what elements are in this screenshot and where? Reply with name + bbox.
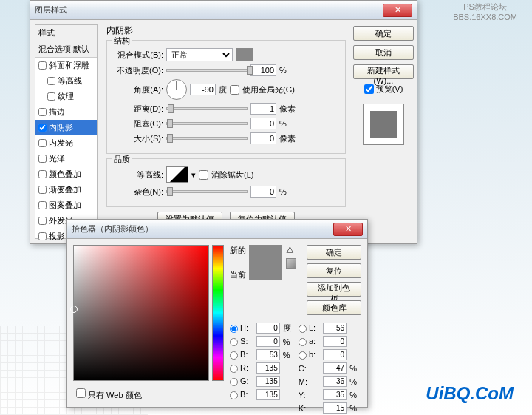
style-item-stroke[interactable]: 描边 xyxy=(35,104,97,120)
opacity-label: 不透明度(O): xyxy=(113,65,163,76)
hue-slider[interactable] xyxy=(212,245,224,381)
style-item-pattern-overlay[interactable]: 图案叠加 xyxy=(35,198,97,213)
color-swatch[interactable] xyxy=(236,48,253,61)
section-title: 内阴影 xyxy=(106,24,346,37)
checkbox[interactable] xyxy=(47,92,55,101)
size-slider[interactable] xyxy=(166,137,248,140)
opacity-input[interactable] xyxy=(250,64,276,76)
checkbox[interactable] xyxy=(38,232,47,240)
ok-button[interactable]: 确定 xyxy=(307,245,361,260)
choke-input[interactable] xyxy=(250,118,276,129)
reset-button[interactable]: 复位 xyxy=(307,263,361,278)
r-radio[interactable] xyxy=(230,365,238,373)
antialias-label: 消除锯齿(L) xyxy=(211,169,253,180)
k-input[interactable] xyxy=(323,402,347,414)
b-input[interactable] xyxy=(323,349,347,360)
cancel-button[interactable]: 取消 xyxy=(353,45,414,60)
blend-mode-label: 混合模式(B): xyxy=(113,50,163,61)
m-input[interactable] xyxy=(323,376,347,387)
bv-radio[interactable] xyxy=(230,351,238,360)
color-lib-button[interactable]: 颜色库 xyxy=(307,300,361,315)
side-buttons: 确定 取消 新建样式(W)... 预览(V) xyxy=(350,20,417,243)
checkbox[interactable] xyxy=(38,61,47,70)
distance-input[interactable] xyxy=(250,103,276,115)
a-input[interactable] xyxy=(323,336,347,347)
style-item-bevel[interactable]: 斜面和浮雕 xyxy=(35,58,97,73)
checkbox[interactable] xyxy=(38,170,47,178)
checkbox[interactable] xyxy=(38,155,47,163)
bv-input[interactable] xyxy=(256,349,280,360)
antialias-checkbox[interactable] xyxy=(199,170,208,180)
angle-dial[interactable] xyxy=(166,79,187,100)
angle-label: 角度(A): xyxy=(113,84,163,95)
distance-slider[interactable] xyxy=(166,107,248,110)
h-radio[interactable] xyxy=(230,325,238,333)
style-item-inner-shadow[interactable]: 内阴影 xyxy=(35,120,97,135)
add-swatch-button[interactable]: 添加到色板 xyxy=(307,282,361,297)
style-item-inner-glow[interactable]: 内发光 xyxy=(35,135,97,151)
r-input[interactable] xyxy=(256,362,280,374)
choke-slider[interactable] xyxy=(166,122,248,125)
a-radio[interactable] xyxy=(299,338,307,346)
noise-label: 杂色(N): xyxy=(113,186,163,198)
new-current-swatch[interactable] xyxy=(249,245,282,280)
g-radio[interactable] xyxy=(230,378,238,386)
group-label: 结构 xyxy=(112,36,132,47)
web-only-toggle[interactable]: 只有 Web 颜色 xyxy=(76,388,142,401)
l-radio[interactable] xyxy=(299,325,307,333)
c-input[interactable] xyxy=(323,362,347,374)
titlebar[interactable]: 拾色器（内阴影颜色） ✕ xyxy=(67,220,367,239)
chevron-down-icon[interactable]: ▾ xyxy=(191,170,196,180)
checkbox[interactable] xyxy=(38,201,47,209)
close-button[interactable]: ✕ xyxy=(333,223,363,236)
color-selection-area xyxy=(73,245,224,401)
blend-mode-select[interactable]: 正常 xyxy=(166,48,233,61)
style-item-satin[interactable]: 光泽 xyxy=(35,151,97,166)
blend-options[interactable]: 混合选项:默认 xyxy=(35,41,97,58)
preview-box xyxy=(363,104,404,145)
noise-input[interactable] xyxy=(250,186,276,198)
styles-header[interactable]: 样式 xyxy=(35,25,97,41)
style-item-gradient-overlay[interactable]: 渐变叠加 xyxy=(35,182,97,198)
style-item-contour[interactable]: 等高线 xyxy=(35,73,97,89)
color-field[interactable] xyxy=(73,245,209,381)
checkbox[interactable] xyxy=(38,139,47,147)
bb-input[interactable] xyxy=(256,389,280,400)
web-only-checkbox[interactable] xyxy=(76,388,86,398)
layer-style-dialog: 图层样式 ✕ 样式 混合选项:默认 斜面和浮雕 等高线 纹理 描边 内阴影 内发… xyxy=(30,0,417,244)
warning-icon[interactable]: ⚠ xyxy=(286,245,296,255)
cube-icon[interactable] xyxy=(286,258,296,269)
h-input[interactable] xyxy=(256,323,280,334)
checkbox[interactable] xyxy=(38,217,47,225)
opacity-slider[interactable] xyxy=(166,69,248,72)
s-radio[interactable] xyxy=(230,338,238,346)
b-radio[interactable] xyxy=(299,351,307,360)
checkbox[interactable] xyxy=(47,77,55,85)
new-style-button[interactable]: 新建样式(W)... xyxy=(353,64,414,79)
checkbox[interactable] xyxy=(38,108,47,116)
style-item-texture[interactable]: 纹理 xyxy=(35,89,97,104)
dialog-title: 图层样式 xyxy=(35,4,383,16)
s-input[interactable] xyxy=(256,336,280,347)
color-marker[interactable] xyxy=(70,306,78,313)
distance-label: 距离(D): xyxy=(113,104,163,115)
noise-slider[interactable] xyxy=(166,190,248,193)
contour-picker[interactable] xyxy=(166,166,188,183)
structure-group: 结构 混合模式(B): 正常 不透明度(O): % 角度(A): 度 xyxy=(106,40,346,154)
close-button[interactable]: ✕ xyxy=(383,4,412,17)
bb-radio[interactable] xyxy=(230,391,238,399)
preview-toggle[interactable]: 预览(V) xyxy=(364,84,403,95)
ok-button[interactable]: 确定 xyxy=(353,26,414,41)
size-input[interactable] xyxy=(250,132,276,144)
style-item-color-overlay[interactable]: 颜色叠加 xyxy=(35,166,97,182)
l-input[interactable] xyxy=(323,323,347,334)
global-light-checkbox[interactable] xyxy=(230,85,239,95)
y-input[interactable] xyxy=(323,389,347,400)
checkbox[interactable] xyxy=(38,186,47,194)
checkbox[interactable] xyxy=(38,124,47,132)
preview-checkbox[interactable] xyxy=(364,84,374,94)
group-label: 品质 xyxy=(112,154,132,165)
angle-input[interactable] xyxy=(190,84,216,95)
g-input[interactable] xyxy=(256,376,280,387)
titlebar[interactable]: 图层样式 ✕ xyxy=(30,1,417,20)
